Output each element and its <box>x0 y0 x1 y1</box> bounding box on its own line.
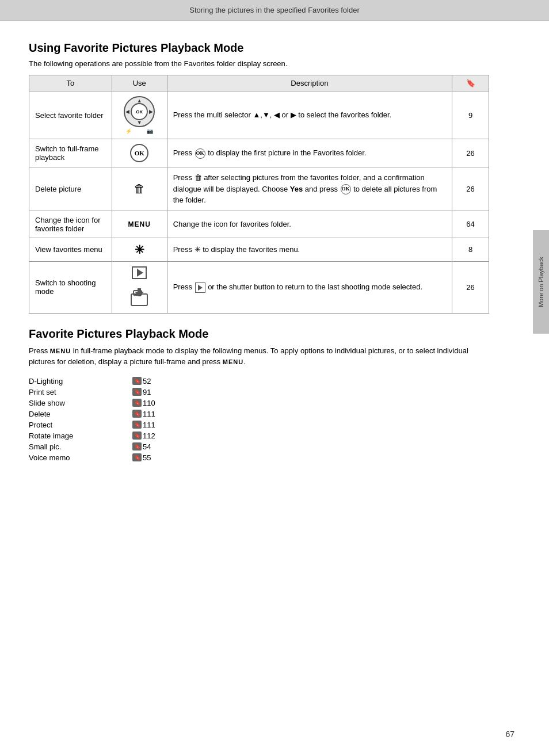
sidebar-label: More on Playback <box>537 257 544 307</box>
row2-to: Switch to full-frame playback <box>29 139 112 167</box>
table-row: Select favorite folder ▲ ▼ ◀ ▶ OK ⚡📷 <box>29 91 489 139</box>
row4-to: Change the icon for favorites folder <box>29 211 112 238</box>
row3-desc: Press 🗑 after selecting pictures from th… <box>167 167 452 211</box>
item-name: Print set <box>29 388 132 396</box>
section1: Using Favorite Pictures Playback Mode Th… <box>29 41 489 314</box>
shutter-svg <box>129 286 150 307</box>
row6-use <box>112 261 167 313</box>
header-title: Storing the pictures in the specified Fa… <box>189 6 360 14</box>
section1-title: Using Favorite Pictures Playback Mode <box>29 41 489 55</box>
page-number: 67 <box>505 730 514 739</box>
operations-table: To Use Description 🔖 Select favorite fol… <box>29 75 489 314</box>
row1-use: ▲ ▼ ◀ ▶ OK ⚡📷 <box>112 91 167 139</box>
table-row: Switch to full-frame playback OK Press O… <box>29 139 489 167</box>
th-to: To <box>29 75 112 91</box>
list-item: Rotate image 🔖 112 <box>29 430 489 441</box>
row1-desc: Press the multi selector ▲,▼, ◀ or ▶ to … <box>167 91 452 139</box>
table-row: View favorites menu ✳ Press ✳ to display… <box>29 238 489 261</box>
th-description: Description <box>167 75 452 91</box>
shutter-icon-container <box>129 286 150 308</box>
row6-desc: Press or the shutter button to return to… <box>167 261 452 313</box>
section1-intro: The following operations are possible fr… <box>29 59 489 68</box>
sidebar-tab: More on Playback <box>533 230 549 334</box>
multiselector-icon: ▲ ▼ ◀ ▶ OK <box>124 96 155 127</box>
row3-use: 🗑 <box>112 167 167 211</box>
row5-to: View favorites menu <box>29 238 112 261</box>
row5-desc: Press ✳ to display the favorites menu. <box>167 238 452 261</box>
row1-page: 9 <box>452 91 489 139</box>
row3-to: Delete picture <box>29 167 112 211</box>
page-header: Storing the pictures in the specified Fa… <box>0 0 549 21</box>
ok-button-icon: OK <box>130 144 148 162</box>
item-name: Protect <box>29 421 132 429</box>
row4-use: MENU <box>112 211 167 238</box>
row5-use: ✳ <box>112 238 167 261</box>
list-item: D-Lighting 🔖 52 <box>29 376 489 387</box>
item-ref: 🔖 54 <box>132 442 151 451</box>
trash-icon: 🗑 <box>134 182 145 195</box>
ok-inline-icon: OK <box>195 148 205 159</box>
row1-to: Select favorite folder <box>29 91 112 139</box>
item-ref: 🔖 52 <box>132 377 151 385</box>
section2-title: Favorite Pictures Playback Mode <box>29 327 489 341</box>
list-item: Voice memo 🔖 55 <box>29 452 489 463</box>
favorites-list: D-Lighting 🔖 52 Print set 🔖 91 Slide sho… <box>29 376 489 463</box>
table-row: Delete picture 🗑 Press 🗑 after selecting… <box>29 167 489 211</box>
svg-rect-3 <box>138 288 141 296</box>
menu-keyword: MENU <box>50 348 71 354</box>
item-ref: 🔖 55 <box>132 453 151 462</box>
row6-page: 26 <box>452 261 489 313</box>
item-name: Slide show <box>29 399 132 407</box>
row2-use: OK <box>112 139 167 167</box>
table-row: Change the icon for favorites folder MEN… <box>29 211 489 238</box>
item-ref: 🔖 111 <box>132 421 155 429</box>
list-item: Slide show 🔖 110 <box>29 398 489 408</box>
row6-to: Switch to shooting mode <box>29 261 112 313</box>
row2-desc: Press OK to display the first picture in… <box>167 139 452 167</box>
item-ref: 🔖 110 <box>132 399 155 407</box>
row2-page: 26 <box>452 139 489 167</box>
item-name: Small pic. <box>29 442 132 451</box>
item-ref: 🔖 91 <box>132 388 151 396</box>
item-ref: 🔖 111 <box>132 410 155 418</box>
list-item: Small pic. 🔖 54 <box>29 441 489 452</box>
section2-intro: Press MENU in full-frame playback mode t… <box>29 345 489 368</box>
item-name: Voice memo <box>29 453 132 462</box>
asterisk-icon: ✳ <box>135 243 144 256</box>
table-row: Switch to shooting mode <box>29 261 489 313</box>
row3-page: 26 <box>452 167 489 211</box>
menu-keyword2: MENU <box>223 358 243 365</box>
main-content: Using Favorite Pictures Playback Mode Th… <box>0 21 518 475</box>
play-button-icon <box>132 266 147 279</box>
row4-desc: Change the icon for favorites folder. <box>167 211 452 238</box>
item-name: D-Lighting <box>29 377 132 385</box>
play-inline-icon <box>195 282 205 293</box>
switch-mode-icons <box>118 266 161 308</box>
row5-page: 8 <box>452 238 489 261</box>
row4-page: 64 <box>452 211 489 238</box>
item-name: Delete <box>29 410 132 418</box>
item-name: Rotate image <box>29 432 132 440</box>
list-item: Protect 🔖 111 <box>29 419 489 430</box>
th-use: Use <box>112 75 167 91</box>
th-page: 🔖 <box>452 75 489 91</box>
section2: Favorite Pictures Playback Mode Press ME… <box>29 327 489 463</box>
list-item: Print set 🔖 91 <box>29 387 489 398</box>
ok-inline-icon2: OK <box>341 184 351 194</box>
item-ref: 🔖 112 <box>132 432 155 440</box>
list-item: Delete 🔖 111 <box>29 408 489 419</box>
menu-icon: MENU <box>128 220 151 228</box>
